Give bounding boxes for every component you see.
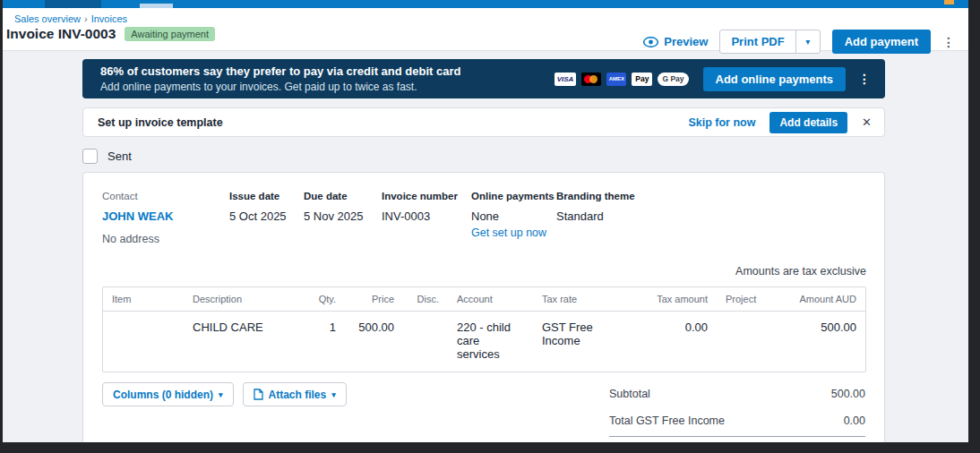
cell-description[interactable]: CHILD CARE — [184, 312, 309, 372]
col-header-amount-aud: Amount AUD — [784, 287, 865, 311]
template-bar-title: Set up invoice template — [98, 116, 223, 129]
skip-for-now-link[interactable]: Skip for now — [688, 116, 755, 129]
chevron-down-icon: ▾ — [219, 390, 223, 399]
page-title: Invoice INV-0003 — [6, 26, 116, 42]
print-pdf-split-button: Print PDF ▾ — [719, 30, 820, 54]
visa-icon: VISA — [554, 73, 577, 86]
subtotal-row: Subtotal 500.00 — [609, 382, 865, 409]
google-pay-icon: G Pay — [658, 73, 688, 86]
cell-amount[interactable]: 500.00 — [784, 312, 865, 372]
columns-button-label: Columns (0 hidden) — [113, 389, 213, 401]
col-header-price: Price — [345, 287, 403, 311]
page-header: Sales overview›Invoices Invoice INV-0003… — [3, 8, 968, 51]
banner-kebab-menu-icon[interactable]: ⋮ — [858, 73, 871, 85]
chevron-down-icon: ▾ — [805, 37, 810, 47]
table-header-row: Item Description Qty. Price Disc. Accoun… — [103, 287, 865, 312]
subtotal-label: Subtotal — [609, 388, 650, 400]
due-date-field: Due date 5 Nov 2025 — [304, 191, 382, 245]
sent-checkbox-label: Sent — [107, 150, 132, 163]
banner-headline: 86% of customers say they prefer to pay … — [100, 64, 460, 78]
contact-address: No address — [102, 233, 229, 245]
line-items-table: Item Description Qty. Price Disc. Accoun… — [102, 286, 866, 372]
apple-pay-icon: Pay — [632, 73, 652, 86]
attach-files-label: Attach files — [269, 389, 327, 401]
contact-field: Contact JOHN WEAK No address — [102, 191, 229, 245]
app-viewport: Sales overview›Invoices Invoice INV-0003… — [3, 0, 968, 442]
subtotal-value: 500.00 — [831, 388, 865, 400]
issue-date-value[interactable]: 5 Oct 2025 — [229, 209, 304, 223]
cell-item[interactable] — [103, 312, 184, 372]
invoice-number-field: Invoice number INV-0003 — [382, 191, 471, 245]
cell-price[interactable]: 500.00 — [345, 312, 403, 372]
issue-date-field: Issue date 5 Oct 2025 — [229, 191, 304, 245]
col-header-qty: Qty. — [309, 287, 345, 311]
col-header-project: Project — [717, 287, 784, 311]
cell-project[interactable] — [717, 312, 784, 372]
gst-label: Total GST Free Income — [609, 415, 725, 427]
banner-subtext: Add online payments to your invoices. Ge… — [100, 81, 460, 93]
branding-theme-value[interactable]: Standard — [556, 209, 635, 223]
invoice-number-value[interactable]: INV-0003 — [382, 209, 471, 223]
get-set-up-now-link[interactable]: Get set up now — [471, 226, 556, 239]
add-details-button[interactable]: Add details — [769, 112, 847, 133]
total-row: Total 500.00 — [609, 437, 865, 442]
amex-icon: AMEX — [606, 73, 626, 86]
contact-label: Contact — [102, 191, 229, 201]
branding-theme-field: Branding theme Standard — [556, 191, 635, 245]
online-payments-label: Online payments — [471, 191, 556, 201]
invoice-fields: Contact JOHN WEAK No address Issue date … — [102, 191, 866, 245]
preview-button[interactable]: Preview — [643, 35, 708, 48]
cell-qty[interactable]: 1 — [309, 312, 345, 372]
totals-section: Subtotal 500.00 Total GST Free Income 0.… — [609, 382, 865, 442]
print-pdf-button[interactable]: Print PDF — [720, 30, 795, 53]
avatar[interactable] — [944, 0, 954, 4]
online-payments-value: None — [471, 209, 556, 223]
file-icon — [254, 389, 263, 400]
invoice-template-bar: Set up invoice template Skip for now Add… — [82, 107, 885, 137]
due-date-label: Due date — [304, 191, 382, 201]
columns-button[interactable]: Columns (0 hidden) ▾ — [102, 382, 234, 406]
nav-active-tab — [45, 0, 101, 8]
col-header-tax-rate: Tax rate — [533, 287, 640, 311]
cell-disc[interactable] — [403, 312, 448, 372]
online-payments-field: Online payments None Get set up now — [471, 191, 556, 245]
preview-label: Preview — [664, 35, 708, 48]
col-header-disc: Disc. — [403, 287, 448, 311]
table-row[interactable]: CHILD CARE 1 500.00 220 - child care ser… — [103, 312, 865, 372]
gst-value: 0.00 — [844, 415, 865, 427]
sent-checkbox[interactable] — [82, 149, 98, 164]
gst-row: Total GST Free Income 0.00 — [609, 409, 865, 436]
breadcrumb-sales-overview[interactable]: Sales overview — [14, 13, 81, 24]
cell-tax-amount[interactable]: 0.00 — [640, 312, 717, 372]
contact-name-link[interactable]: JOHN WEAK — [102, 209, 229, 223]
cell-tax-rate[interactable]: GST Free Income — [533, 312, 640, 372]
print-pdf-dropdown-button[interactable]: ▾ — [795, 30, 820, 53]
col-header-item: Item — [103, 287, 184, 311]
cell-account[interactable]: 220 - child care services — [448, 312, 533, 372]
mastercard-icon — [581, 73, 601, 86]
issue-date-label: Issue date — [229, 191, 304, 201]
status-badge: Awaiting payment — [125, 27, 215, 41]
breadcrumb: Sales overview›Invoices — [14, 8, 968, 24]
top-nav-bar — [3, 0, 968, 8]
chevron-down-icon: ▾ — [331, 390, 336, 399]
col-header-account: Account — [448, 287, 533, 311]
sent-checkbox-row: Sent — [82, 149, 885, 164]
tax-exclusive-note: Amounts are tax exclusive — [102, 265, 866, 278]
branding-theme-label: Branding theme — [556, 191, 635, 201]
eye-icon — [643, 37, 658, 47]
due-date-value[interactable]: 5 Nov 2025 — [304, 209, 382, 223]
attach-files-button[interactable]: Attach files ▾ — [243, 382, 347, 406]
breadcrumb-separator-icon: › — [84, 13, 88, 24]
invoice-number-label: Invoice number — [382, 191, 471, 201]
col-header-description: Description — [184, 287, 309, 311]
main-content: 86% of customers say they prefer to pay … — [82, 59, 885, 442]
invoice-card: Contact JOHN WEAK No address Issue date … — [82, 172, 885, 442]
close-icon[interactable]: ✕ — [862, 115, 872, 129]
breadcrumb-invoices[interactable]: Invoices — [91, 13, 127, 24]
header-kebab-menu-icon[interactable]: ⋮ — [942, 36, 955, 48]
add-online-payments-button[interactable]: Add online payments — [703, 67, 846, 91]
col-header-tax-amount: Tax amount — [640, 287, 717, 311]
online-payments-banner: 86% of customers say they prefer to pay … — [82, 59, 885, 98]
add-payment-button[interactable]: Add payment — [832, 30, 931, 54]
